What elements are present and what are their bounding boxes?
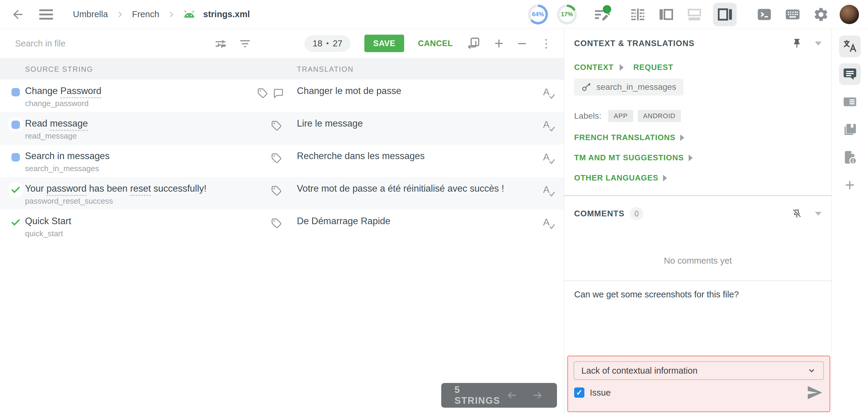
prev-string-arrow-icon[interactable] bbox=[506, 389, 518, 401]
advanced-filter-icon[interactable] bbox=[214, 37, 227, 50]
string-position-counter: 18•27 bbox=[304, 35, 350, 52]
section-french-translations[interactable]: FRENCH TRANSLATIONS bbox=[564, 133, 832, 142]
table-row[interactable]: Read message read_message Lire le messag… bbox=[0, 112, 564, 145]
translated-progress-ring[interactable]: 64% bbox=[528, 4, 548, 24]
collapse-caret-icon[interactable] bbox=[815, 212, 822, 216]
comment-draft-text[interactable]: Can we get some screenshots for this fil… bbox=[564, 290, 832, 299]
tag-icon bbox=[271, 120, 282, 131]
right-panel-view-icon[interactable] bbox=[713, 3, 737, 26]
next-string-arrow-icon[interactable] bbox=[532, 389, 544, 401]
search-input[interactable] bbox=[15, 38, 145, 49]
string-key: quick_start bbox=[25, 229, 63, 238]
key-icon bbox=[581, 82, 592, 92]
tag-icon bbox=[271, 185, 282, 196]
tag-icon bbox=[257, 87, 268, 99]
section-other-languages[interactable]: OTHER LANGUAGES bbox=[564, 173, 832, 183]
top-bar: Umbrella French strings.xml 64% 17% bbox=[0, 0, 868, 29]
multilingual-view-icon[interactable] bbox=[685, 5, 704, 24]
tab-context[interactable]: CONTEXT bbox=[574, 63, 614, 72]
collapse-caret-icon[interactable] bbox=[815, 41, 822, 45]
spellcheck-icon: A bbox=[542, 184, 556, 198]
context-translations-panel: CONTEXT & TRANSLATIONS CONTEXT REQUEST s… bbox=[564, 29, 832, 414]
save-button[interactable]: SAVE bbox=[364, 35, 404, 52]
context-tabs: CONTEXT REQUEST bbox=[564, 63, 832, 72]
add-panel-icon[interactable]: + bbox=[839, 174, 861, 196]
chevron-right-icon bbox=[167, 10, 176, 19]
breadcrumb-project[interactable]: Umbrella bbox=[73, 9, 108, 19]
breadcrumb: Umbrella French strings.xml bbox=[73, 9, 250, 19]
issue-checkbox-label: Issue bbox=[590, 388, 611, 398]
approved-progress-ring[interactable]: 17% bbox=[557, 4, 577, 24]
table-row[interactable]: Quick Start quick_start De Démarrage Rap… bbox=[0, 210, 564, 242]
caret-right-icon bbox=[620, 64, 624, 71]
label-pill: APP bbox=[608, 110, 633, 122]
settings-gear-icon[interactable] bbox=[811, 5, 831, 24]
cancel-button[interactable]: CANCEL bbox=[418, 39, 453, 48]
translations-tab-icon[interactable] bbox=[839, 36, 861, 57]
svg-text:A: A bbox=[543, 152, 550, 162]
side-by-side-view-icon[interactable] bbox=[656, 5, 676, 24]
translation-memory-tab-icon[interactable] bbox=[839, 119, 861, 140]
unpin-icon[interactable] bbox=[792, 208, 802, 219]
approved-progress-value: 17% bbox=[559, 7, 575, 22]
issue-type-value: Lack of contextual information bbox=[581, 366, 698, 376]
spellcheck-icon: A bbox=[542, 119, 556, 133]
kebab-menu-icon[interactable]: ⋮ bbox=[540, 37, 552, 50]
minus-icon[interactable]: − bbox=[518, 36, 527, 51]
translation-text: Lire le message bbox=[297, 118, 363, 129]
keyboard-shortcuts-icon[interactable] bbox=[783, 5, 802, 24]
table-row[interactable]: Change Password change_password Changer … bbox=[0, 79, 564, 112]
breadcrumb-file[interactable]: strings.xml bbox=[203, 9, 250, 19]
terminal-icon[interactable] bbox=[755, 5, 774, 24]
approved-check-icon bbox=[10, 217, 21, 227]
string-key-pill[interactable]: search_in_messages bbox=[574, 78, 684, 96]
caret-right-icon bbox=[680, 134, 684, 141]
filter-icon[interactable] bbox=[239, 37, 251, 50]
table-row[interactable]: Your password has been reset successfull… bbox=[0, 177, 564, 210]
issue-checkbox[interactable]: ✓ bbox=[574, 387, 584, 398]
plus-icon[interactable]: + bbox=[494, 36, 503, 51]
string-key: search_in_messages bbox=[25, 164, 99, 173]
strings-count-pill: 5 STRINGS bbox=[441, 383, 557, 408]
table-row[interactable]: Search in messages search_in_messages Re… bbox=[0, 145, 564, 177]
translation-text: Recherche dans les messages bbox=[297, 151, 425, 161]
untranslated-status-icon bbox=[11, 88, 20, 96]
breadcrumb-language[interactable]: French bbox=[132, 9, 159, 19]
labels-row: Labels: APP ANDROID bbox=[564, 110, 832, 122]
context-panel-title: CONTEXT & TRANSLATIONS bbox=[574, 39, 694, 48]
comments-empty-state: No comments yet bbox=[564, 256, 832, 266]
string-key: password_reset_success bbox=[25, 196, 113, 206]
source-string: Search in messages bbox=[25, 151, 110, 161]
source-string: Quick Start bbox=[25, 216, 71, 227]
terms-tab-icon[interactable] bbox=[839, 91, 861, 113]
menu-icon[interactable] bbox=[39, 9, 53, 20]
comfortable-view-icon[interactable] bbox=[628, 5, 647, 24]
android-icon bbox=[183, 10, 195, 19]
strings-list-panel: 18•27 SAVE CANCEL + − ⋮ SOURCE STRING TR… bbox=[0, 29, 564, 414]
comments-count-badge: 0 bbox=[630, 207, 643, 220]
source-string: Read message bbox=[25, 118, 88, 129]
file-context-tab-icon[interactable] bbox=[839, 147, 861, 168]
svg-text:A: A bbox=[543, 184, 550, 195]
comments-title: COMMENTS bbox=[574, 209, 624, 218]
comments-tab-icon[interactable] bbox=[839, 63, 861, 85]
caret-right-icon bbox=[689, 155, 692, 161]
back-icon[interactable] bbox=[11, 7, 25, 22]
copy-source-icon[interactable] bbox=[467, 36, 480, 50]
section-tm-mt-suggestions[interactable]: TM AND MT SUGGESTIONS bbox=[564, 153, 832, 162]
activity-notifications-icon[interactable] bbox=[592, 4, 612, 24]
issue-box: Lack of contextual information ✓ Issue bbox=[567, 355, 830, 412]
pin-icon[interactable] bbox=[792, 38, 802, 49]
tab-request[interactable]: REQUEST bbox=[633, 63, 673, 72]
user-avatar[interactable] bbox=[840, 5, 859, 24]
string-key: read_message bbox=[25, 131, 77, 141]
right-icon-strip: + bbox=[832, 29, 868, 414]
tag-icon bbox=[271, 218, 282, 229]
translation-column-header: TRANSLATION bbox=[297, 65, 353, 73]
untranslated-status-icon bbox=[11, 153, 20, 161]
send-icon[interactable] bbox=[807, 386, 823, 399]
svg-text:A: A bbox=[543, 217, 550, 227]
issue-type-select[interactable]: Lack of contextual information bbox=[574, 361, 824, 380]
strings-count-label: 5 STRINGS bbox=[455, 384, 506, 406]
labels-caption: Labels: bbox=[574, 111, 601, 121]
